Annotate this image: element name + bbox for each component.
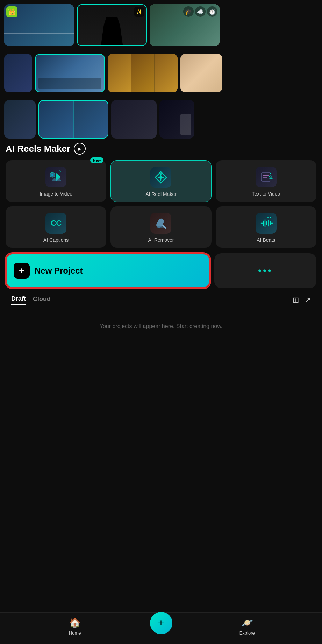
- ai-reel-maker-icon: [150, 167, 171, 188]
- draft-tabs: Draft Cloud ⊞ ↗: [6, 295, 316, 305]
- tool-ai-captions[interactable]: CC AI Captions: [6, 206, 106, 248]
- image-to-video-icon: [45, 167, 66, 187]
- ai-captions-icon: CC: [45, 213, 66, 234]
- tool-image-to-video[interactable]: New Image to Video: [6, 160, 106, 202]
- more-button[interactable]: •••: [214, 253, 316, 288]
- plus-icon: +: [14, 263, 30, 279]
- empty-state-message: Your projects will appear here. Start cr…: [100, 323, 223, 329]
- thumb-1[interactable]: 👑: [4, 4, 74, 46]
- ai-reels-play-button[interactable]: ▶: [74, 143, 86, 155]
- thumb-t4[interactable]: [159, 100, 194, 139]
- thumb-t3[interactable]: [111, 100, 157, 139]
- tab-actions: ⊞ ↗: [293, 296, 311, 305]
- ai-reels-header: AI Reels Maker ▶: [6, 140, 316, 155]
- tools-grid: New Image to Video: [6, 160, 316, 248]
- tool-ai-remover-label: AI Remover: [148, 237, 174, 243]
- tool-ai-beats-label: AI Beats: [257, 237, 275, 243]
- explore-icon: 🪐: [242, 617, 253, 628]
- svg-point-1: [51, 174, 53, 176]
- grid-view-icon[interactable]: ⊞: [293, 296, 299, 305]
- tool-text-to-video-label: Text to Video: [252, 191, 280, 197]
- thumb-t1[interactable]: [4, 100, 36, 139]
- nav-create-button[interactable]: +: [150, 612, 172, 634]
- thumb-s1[interactable]: [4, 54, 32, 92]
- more-icon: •••: [258, 265, 272, 276]
- tool-text-to-video[interactable]: Text to Video: [216, 160, 316, 202]
- top-right-icons: 🎓 ☁️ ⏱️: [183, 6, 217, 17]
- new-project-row: + New Project •••: [6, 253, 316, 288]
- thumb-s3[interactable]: [108, 54, 178, 92]
- share-icon[interactable]: ↗: [305, 296, 311, 305]
- tool-ai-captions-label: AI Captions: [43, 237, 69, 243]
- empty-state: Your projects will appear here. Start cr…: [6, 308, 316, 345]
- text-to-video-icon: [256, 167, 277, 187]
- svg-rect-6: [261, 173, 271, 181]
- thumb-s2[interactable]: [35, 54, 105, 92]
- nav-home[interactable]: 🏠 Home: [0, 617, 150, 636]
- new-project-label: New Project: [35, 266, 83, 276]
- tool-ai-reel-maker[interactable]: AI Reel Maker: [110, 160, 211, 202]
- bottom-nav: 🏠 Home + 🪐 Explore: [0, 612, 322, 644]
- tool-ai-reel-maker-label: AI Reel Maker: [145, 191, 177, 197]
- tab-draft[interactable]: Draft: [11, 295, 26, 305]
- third-thumbnails-row: [0, 96, 322, 139]
- new-project-button[interactable]: + New Project: [6, 253, 210, 288]
- second-thumbnails-row: [0, 50, 322, 92]
- top-thumbnails-row: 👑 ✨ 🎓 ☁️ ⏱️: [0, 0, 322, 46]
- tool-image-to-video-label: Image to Video: [40, 191, 72, 197]
- home-icon: 🏠: [69, 617, 80, 628]
- tool-ai-remover[interactable]: AI Remover: [110, 206, 211, 248]
- thumb-s4[interactable]: [180, 54, 222, 92]
- ai-reels-section: AI Reels Maker ▶ New Image to Video: [0, 140, 322, 345]
- new-badge: New: [90, 157, 104, 163]
- nav-explore-label: Explore: [239, 630, 255, 636]
- thumb-2-active[interactable]: ✨: [77, 4, 147, 46]
- crown-badge: 👑: [6, 6, 17, 17]
- ai-beats-icon: [256, 213, 277, 234]
- nav-home-label: Home: [69, 630, 81, 636]
- ai-icon: ✨: [134, 7, 144, 17]
- svg-point-7: [270, 173, 271, 174]
- ai-reels-title: AI Reels Maker: [6, 143, 70, 154]
- thumb-t2[interactable]: [38, 100, 108, 139]
- ai-remover-icon: [150, 213, 171, 234]
- thumb-3[interactable]: 🎓 ☁️ ⏱️: [150, 4, 220, 46]
- tab-cloud[interactable]: Cloud: [33, 296, 51, 304]
- nav-create-icon: +: [158, 618, 164, 628]
- tool-ai-beats[interactable]: AI Beats: [216, 206, 316, 248]
- nav-explore[interactable]: 🪐 Explore: [172, 617, 322, 636]
